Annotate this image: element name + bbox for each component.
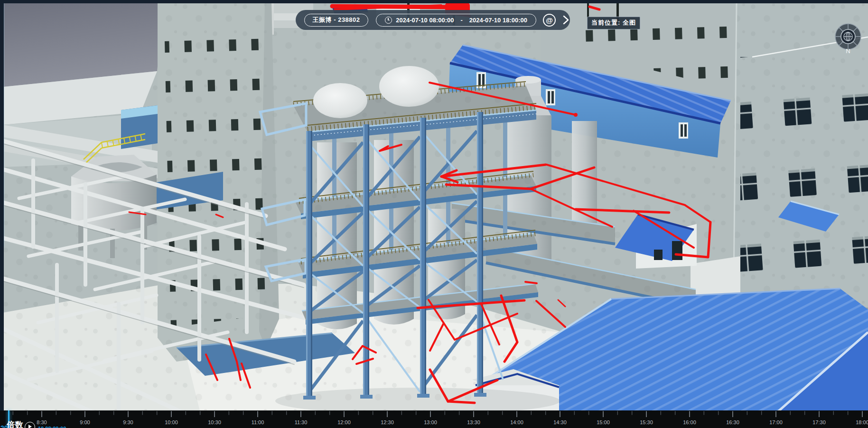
chevron-right-icon[interactable] bbox=[561, 14, 570, 26]
dome-tank bbox=[379, 66, 439, 107]
scene-3d-viewport[interactable] bbox=[0, 0, 868, 428]
compass-icon[interactable]: N bbox=[833, 22, 864, 54]
time-start: 2024-07-10 08:00:00 bbox=[396, 17, 454, 24]
dome-tank bbox=[313, 83, 367, 118]
compass-north-label: N bbox=[846, 47, 850, 54]
timeline-ticks bbox=[0, 410, 868, 428]
clock-icon bbox=[385, 17, 392, 24]
time-end: 2024-07-10 18:00:00 bbox=[469, 17, 527, 24]
header-bar: 王振博 - 238802 2024-07-10 08:00:00 - 2024-… bbox=[296, 10, 570, 30]
speed-label: 倍数 bbox=[7, 419, 24, 428]
location-label: 当前位置: 全图 bbox=[591, 19, 636, 26]
person-label: 王振博 - 238802 bbox=[313, 16, 360, 24]
time-range-selector[interactable]: 2024-07-10 08:00:00 - 2024-07-10 18:00:0… bbox=[376, 14, 536, 27]
location-badge: 当前位置: 全图 bbox=[587, 17, 640, 29]
play-circle-icon[interactable] bbox=[25, 422, 35, 428]
current-time: 10 08:00:00 bbox=[38, 426, 66, 428]
timeline-scrubber[interactable]: 8:309:009:3010:0010:3011:0011:3012:0012:… bbox=[0, 410, 868, 428]
person-selector[interactable]: 王振博 - 238802 bbox=[304, 14, 368, 27]
playback-controls: 20 倍数 10 08:00:00 bbox=[0, 416, 123, 428]
time-separator: - bbox=[460, 17, 462, 24]
at-circle-icon[interactable]: @ bbox=[543, 14, 556, 27]
